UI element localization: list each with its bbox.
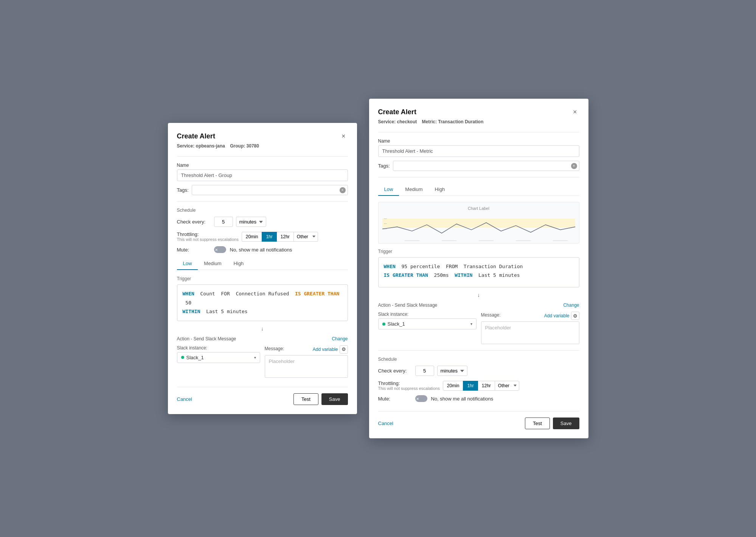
service-value-2: checkout bbox=[397, 119, 417, 124]
modal-title-1: Create Alert bbox=[177, 132, 215, 140]
tab-medium-1[interactable]: Medium bbox=[198, 258, 227, 270]
trigger-line-1-m2: WHEN 95 percentile FROM Transaction Dura… bbox=[384, 262, 574, 271]
throttle-12hr-2[interactable]: 12hr bbox=[478, 381, 495, 391]
tab-low-1[interactable]: Low bbox=[177, 258, 198, 270]
severity-tabs-2: Low Medium High bbox=[378, 183, 579, 196]
trigger-from-2: FROM bbox=[446, 264, 458, 269]
mute-row-1: Mute: No, show me all notifications bbox=[177, 246, 348, 253]
mute-toggle-2[interactable] bbox=[415, 395, 427, 402]
message-box-1[interactable]: Placeholder bbox=[265, 355, 348, 378]
throttling-label-1: Throttling: bbox=[177, 231, 239, 237]
divider-1 bbox=[177, 156, 348, 157]
message-controls-1: Add variable ⚙ bbox=[313, 345, 348, 354]
trigger-transaction-2: Transaction Duration bbox=[464, 264, 523, 269]
tags-input-2[interactable] bbox=[393, 161, 579, 171]
create-alert-modal-2: Create Alert × Service: checkout Metric:… bbox=[369, 99, 588, 438]
throttling-row-2: Throttling: This will not suppress escal… bbox=[378, 380, 579, 391]
close-button-2[interactable]: × bbox=[571, 108, 579, 116]
save-button-1[interactable]: Save bbox=[321, 393, 348, 405]
throttle-btns-1: 20min 1hr 12hr Other bbox=[242, 232, 318, 242]
check-every-row-1: Check every: minutes bbox=[177, 217, 348, 227]
action-title-1: Action - Send Slack Message bbox=[177, 336, 236, 341]
divider-m2-2 bbox=[378, 177, 579, 177]
name-field-group-2: Name bbox=[378, 138, 579, 157]
check-every-label-2: Check every: bbox=[378, 368, 412, 374]
throttle-1hr-2[interactable]: 1hr bbox=[463, 381, 478, 391]
message-box-2[interactable]: Placeholder bbox=[481, 321, 579, 344]
check-every-input-1[interactable] bbox=[214, 217, 233, 227]
trigger-line-2-m2: IS GREATER THAN 250ms WITHIN Last 5 minu… bbox=[384, 271, 574, 279]
trigger-250-2: 250ms bbox=[434, 272, 449, 278]
name-input-2[interactable] bbox=[378, 145, 579, 157]
change-button-2[interactable]: Change bbox=[563, 303, 579, 308]
schedule-section-2: Schedule Check every: minutes Throttling… bbox=[378, 357, 579, 402]
throttle-btns-2: 20min 1hr 12hr Other bbox=[443, 381, 519, 391]
schedule-label-1: Schedule bbox=[177, 208, 348, 213]
create-alert-modal-1: Create Alert × Service: opbeans-jana Gro… bbox=[168, 123, 357, 414]
slack-instance-label-2: Slack instance: bbox=[378, 312, 477, 317]
tags-clear-1[interactable]: × bbox=[340, 187, 346, 193]
message-label-2: Message: bbox=[481, 312, 501, 318]
tab-low-2[interactable]: Low bbox=[378, 183, 399, 196]
tab-medium-2[interactable]: Medium bbox=[399, 183, 428, 196]
tab-high-2[interactable]: High bbox=[429, 183, 451, 196]
save-button-2[interactable]: Save bbox=[553, 417, 579, 429]
slack-select-inner-1: Slack_1 bbox=[181, 355, 204, 360]
slack-select-wrap-1[interactable]: Slack_1 ▾ bbox=[177, 352, 260, 363]
minutes-select-1[interactable]: minutes bbox=[236, 217, 266, 227]
throttle-20min-1[interactable]: 20min bbox=[242, 232, 262, 242]
slack-chevron-1: ▾ bbox=[254, 355, 256, 360]
trigger-section-2: Trigger WHEN 95 percentile FROM Transact… bbox=[378, 249, 579, 287]
change-button-1[interactable]: Change bbox=[332, 336, 348, 341]
check-every-input-2[interactable] bbox=[415, 366, 434, 376]
add-variable-btn-1[interactable]: Add variable bbox=[313, 347, 338, 352]
tags-input-1[interactable] bbox=[192, 185, 348, 195]
down-arrow-2: ↓ bbox=[378, 292, 579, 298]
gear-icon-2[interactable]: ⚙ bbox=[571, 312, 579, 320]
modal-header-2: Create Alert × bbox=[378, 108, 579, 116]
slack-dot-1 bbox=[181, 356, 184, 359]
divider-2 bbox=[177, 201, 348, 202]
gear-icon-1[interactable]: ⚙ bbox=[340, 345, 348, 354]
slack-select-wrap-2[interactable]: Slack_1 ▾ bbox=[378, 318, 477, 329]
name-input-1[interactable] bbox=[177, 169, 348, 181]
throttle-20min-2[interactable]: 20min bbox=[443, 381, 464, 391]
action-title-2: Action - Send Slack Message bbox=[378, 303, 438, 308]
footer-right-2: Test Save bbox=[525, 417, 579, 429]
throttle-12hr-1[interactable]: 12hr bbox=[276, 232, 294, 242]
tags-clear-2[interactable]: × bbox=[571, 163, 577, 169]
tab-high-1[interactable]: High bbox=[228, 258, 250, 270]
name-label-1: Name bbox=[177, 163, 348, 168]
add-variable-btn-2[interactable]: Add variable bbox=[544, 313, 570, 318]
trigger-box-1: WHEN Count FOR Connection Rufused IS GRE… bbox=[177, 284, 348, 321]
throttle-other-1[interactable]: Other bbox=[293, 232, 318, 242]
throttling-label-block-1: Throttling: This will not suppress escal… bbox=[177, 231, 239, 242]
trigger-50-1: 50 bbox=[185, 300, 191, 306]
test-button-1[interactable]: Test bbox=[293, 393, 318, 405]
cancel-button-1[interactable]: Cancel bbox=[177, 396, 192, 402]
slack-row-1: Slack instance: Slack_1 ▾ Message: Add v… bbox=[177, 345, 348, 378]
schedule-section-1: Schedule Check every: minutes Throttling… bbox=[177, 208, 348, 253]
message-placeholder-2: Placeholder bbox=[485, 325, 511, 331]
message-header-2: Message: Add variable ⚙ bbox=[481, 312, 579, 320]
kw-within-2: WITHIN bbox=[455, 272, 472, 278]
minutes-select-2[interactable]: minutes bbox=[437, 366, 467, 376]
tags-label-1: Tags: bbox=[177, 187, 189, 193]
close-button-1[interactable]: × bbox=[339, 132, 348, 140]
message-placeholder-1: Placeholder bbox=[269, 359, 295, 364]
mute-toggle-1[interactable] bbox=[214, 246, 226, 253]
throttle-other-2[interactable]: Other bbox=[495, 381, 519, 391]
schedule-label-2: Schedule bbox=[378, 357, 579, 362]
action-header-1: Action - Send Slack Message Change bbox=[177, 336, 348, 341]
chart-svg-2: — — — bbox=[382, 212, 575, 242]
message-header-1: Message: Add variable ⚙ bbox=[265, 345, 348, 354]
name-label-2: Name bbox=[378, 138, 579, 144]
test-button-2[interactable]: Test bbox=[525, 417, 550, 429]
trigger-line-2: WITHIN Last 5 minutes bbox=[183, 307, 342, 316]
mute-label-2: Mute: bbox=[378, 396, 412, 402]
tags-input-wrap-1: × bbox=[192, 185, 348, 195]
mute-text-2: No, show me all notifications bbox=[431, 396, 494, 402]
cancel-button-2[interactable]: Cancel bbox=[378, 421, 393, 426]
throttle-1hr-1[interactable]: 1hr bbox=[262, 232, 276, 242]
divider-m2-3 bbox=[378, 350, 579, 351]
